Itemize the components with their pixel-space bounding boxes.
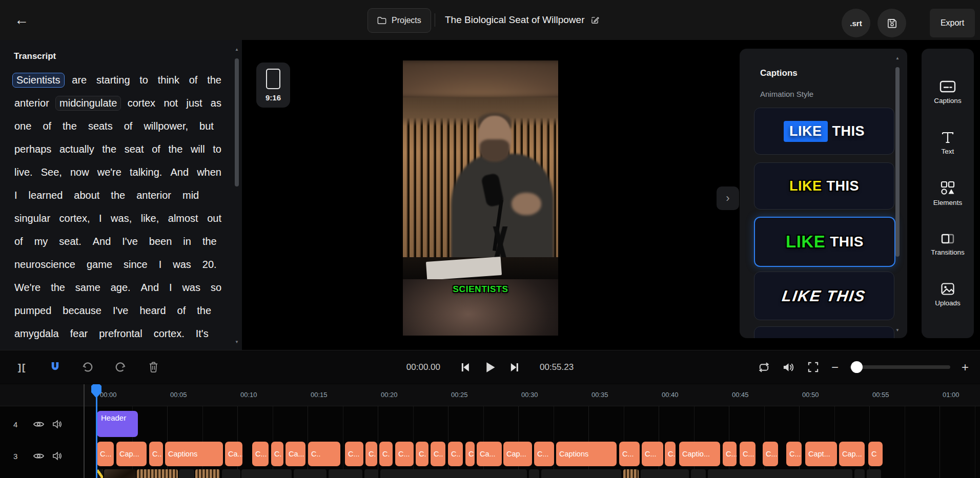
transcript-word[interactable]: midcingulate (55, 96, 121, 111)
transcript-word[interactable]: since (121, 257, 150, 272)
transcript-word[interactable]: prefrontal (97, 326, 145, 341)
transcript-word[interactable]: out (205, 211, 223, 226)
scroll-down-icon[interactable]: ▼ (235, 340, 239, 344)
transcript-word[interactable]: when (195, 165, 223, 180)
filmstrip-segment[interactable] (867, 469, 881, 478)
caption-clip[interactable]: Ca... (225, 442, 242, 466)
transcript-word[interactable]: perhaps (12, 142, 53, 157)
filmstrip-segment[interactable] (623, 469, 639, 478)
transcript-word[interactable]: think (156, 73, 181, 88)
transcript-word[interactable]: the (109, 188, 127, 203)
transcript-word[interactable]: willpower, (141, 119, 190, 134)
header-clip[interactable]: Header (97, 411, 138, 437)
caption-clip[interactable]: Cap... (839, 442, 865, 466)
redo-button[interactable] (114, 361, 127, 374)
transcript-word[interactable]: cortex. (152, 326, 187, 341)
transcript-word[interactable]: the (166, 142, 185, 157)
snap-magnet-button[interactable] (48, 361, 62, 374)
filmstrip-segment[interactable] (222, 469, 240, 478)
transcript-word[interactable]: learned (27, 188, 65, 203)
transcript-word[interactable]: we're (95, 165, 124, 180)
scroll-up-icon[interactable]: ▲ (895, 56, 900, 60)
fullscreen-button[interactable] (807, 361, 820, 374)
transcript-word[interactable]: I (167, 280, 174, 295)
transcript-word[interactable]: cortex (126, 96, 157, 111)
transcript-word[interactable]: so (209, 280, 223, 295)
caption-clip[interactable]: Captions (556, 442, 617, 466)
transcript-word[interactable]: but (197, 119, 216, 134)
caption-clip[interactable]: C... (642, 442, 663, 466)
caption-clip[interactable]: Ca... (285, 442, 305, 466)
timeline-zoom-slider[interactable] (850, 365, 950, 369)
transcript-word[interactable]: about (72, 188, 101, 203)
aspect-ratio-button[interactable]: 9:16 (256, 63, 290, 108)
transcript-word[interactable]: mid (180, 188, 201, 203)
transcript-word[interactable]: of (122, 119, 135, 134)
transcript-word[interactable]: are (70, 73, 89, 88)
transcript-word[interactable]: to (137, 73, 150, 88)
filmstrip-segment[interactable] (104, 469, 136, 478)
filmstrip-segment[interactable] (708, 469, 852, 478)
transcript-word[interactable]: heard (137, 303, 168, 318)
next-frame-button[interactable] (508, 361, 521, 374)
transcript-word[interactable]: anterior (134, 188, 173, 203)
track-visibility-toggle[interactable] (33, 420, 45, 428)
filmstrip-segment[interactable] (529, 469, 539, 478)
transcript-word[interactable]: seat (122, 142, 146, 157)
filmstrip-segment[interactable] (97, 469, 103, 478)
scroll-up-icon[interactable]: ▲ (235, 47, 239, 52)
filmstrip-segment[interactable] (380, 469, 527, 478)
caption-style-option-2[interactable]: LIKE THIS (754, 162, 894, 210)
caption-clip[interactable]: C. (271, 442, 283, 466)
captions-panel-scrollbar-thumb[interactable] (895, 67, 900, 257)
transcript-word[interactable]: amygdala (12, 326, 61, 341)
caption-style-option-1[interactable]: LIKE THIS (754, 108, 894, 155)
transcript-word[interactable]: fear (68, 326, 90, 341)
track-mute-toggle[interactable] (52, 420, 63, 429)
caption-clip[interactable]: C... (740, 442, 756, 466)
caption-clip[interactable]: C... (763, 442, 778, 466)
transcript-word[interactable]: I (97, 211, 104, 226)
zoom-out-button[interactable]: − (831, 361, 839, 373)
scroll-down-icon[interactable]: ▼ (895, 328, 900, 332)
volume-button[interactable] (782, 361, 795, 374)
caption-clip[interactable]: Capt... (805, 442, 837, 466)
transcript-word[interactable]: been (147, 234, 174, 249)
video-preview[interactable]: SCIENTISTS (403, 60, 558, 336)
export-button[interactable]: Export (930, 9, 975, 37)
caption-clip[interactable]: Captions (165, 442, 223, 466)
transcript-word[interactable]: It's (194, 326, 211, 341)
filmstrip-segment[interactable] (329, 469, 362, 478)
filmstrip-segment[interactable] (854, 469, 865, 478)
back-button[interactable]: ← (12, 12, 31, 28)
filmstrip-segment[interactable] (541, 469, 621, 478)
caption-clip[interactable]: C.. (431, 442, 445, 466)
filmstrip-segment[interactable] (364, 469, 378, 478)
transcript-word[interactable]: game (85, 257, 114, 272)
track-mute-toggle[interactable] (52, 451, 63, 461)
transcript-word[interactable]: the (195, 303, 213, 318)
transcript-word[interactable]: my (32, 234, 50, 249)
transcript-word[interactable]: same (73, 280, 103, 295)
filmstrip-segment[interactable] (137, 469, 178, 478)
filmstrip-segment[interactable] (294, 469, 326, 478)
transcript-word[interactable]: I've (120, 234, 140, 249)
sidebar-item-uploads[interactable]: Uploads (935, 282, 961, 307)
transcript-word[interactable]: live. (12, 165, 35, 180)
projects-button[interactable]: Projects (368, 8, 431, 33)
caption-clip[interactable]: Cap... (503, 442, 532, 466)
caption-clip[interactable]: C (465, 442, 475, 466)
zoom-slider-thumb[interactable] (851, 361, 863, 373)
sidebar-item-transitions[interactable]: Transitions (931, 233, 965, 256)
transcript-word[interactable]: was, (109, 211, 134, 226)
transcript-word[interactable]: I (157, 257, 164, 272)
caption-clip[interactable]: C... (345, 442, 363, 466)
transcript-word[interactable]: not (161, 96, 180, 111)
transcript-word[interactable]: the (49, 280, 67, 295)
transcript-word[interactable]: of (12, 234, 25, 249)
filmstrip-segment[interactable] (179, 469, 194, 478)
transcript-word[interactable]: I've (111, 303, 131, 318)
caption-clip[interactable]: C... (97, 442, 114, 466)
transcript-word[interactable]: of (187, 73, 200, 88)
transcript-word[interactable]: will (189, 142, 207, 157)
